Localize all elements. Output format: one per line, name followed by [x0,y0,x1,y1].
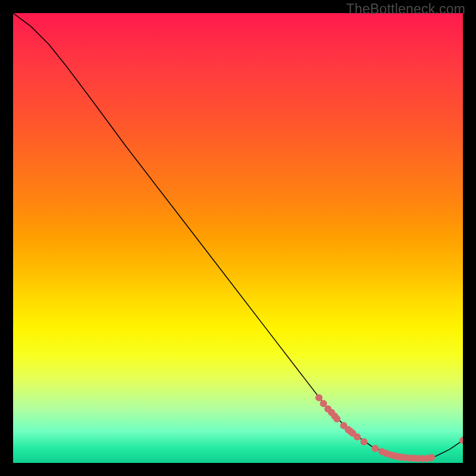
data-points [315,394,463,462]
data-point [372,445,379,452]
data-point [333,415,340,422]
data-point [428,454,435,461]
data-point [353,433,361,440]
data-point [361,438,368,445]
data-point [315,394,322,401]
line-plot [13,13,463,463]
curve-line [13,13,463,458]
chart-container: TheBottleneck.com [0,0,476,476]
